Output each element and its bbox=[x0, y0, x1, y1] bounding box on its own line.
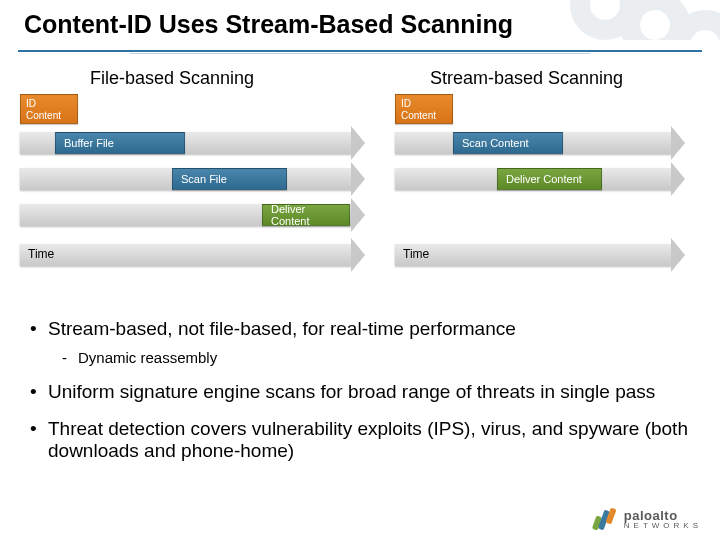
paloalto-swirl-icon bbox=[592, 506, 618, 532]
bullet-3: Threat detection covers vulnerability ex… bbox=[30, 418, 690, 464]
right-heading: Stream-based Scanning bbox=[430, 68, 623, 89]
left-heading: File-based Scanning bbox=[90, 68, 254, 89]
bullet-1: Stream-based, not file-based, for real-t… bbox=[30, 318, 690, 367]
bullet-1-text: Stream-based, not file-based, for real-t… bbox=[48, 318, 516, 339]
right-time-label: Time bbox=[403, 247, 429, 261]
comparison-diagram: File-based Scanning ID Content Buffer Fi… bbox=[0, 62, 720, 312]
title-rule bbox=[18, 50, 702, 52]
bullet-list: Stream-based, not file-based, for real-t… bbox=[0, 312, 720, 463]
title-subrule bbox=[130, 53, 590, 54]
footer-logo: paloalto NETWORKS bbox=[592, 506, 702, 532]
paloalto-wordmark: paloalto NETWORKS bbox=[624, 509, 702, 530]
brand-sub: NETWORKS bbox=[624, 522, 702, 530]
left-time-arrow bbox=[20, 244, 365, 266]
brand-name: paloalto bbox=[624, 509, 702, 522]
left-id-content-box: ID Content bbox=[20, 94, 78, 124]
bullet-1a: Dynamic reassembly bbox=[48, 349, 690, 367]
title-area: Content-ID Uses Stream-Based Scanning bbox=[0, 0, 720, 62]
left-time-label: Time bbox=[28, 247, 54, 261]
right-time-arrow bbox=[395, 244, 685, 266]
title-accent-graphic bbox=[560, 0, 720, 40]
right-scan-content-box: Scan Content bbox=[453, 132, 563, 154]
bullet-2: Uniform signature engine scans for broad… bbox=[30, 381, 690, 404]
left-scan-file-box: Scan File bbox=[172, 168, 287, 190]
right-deliver-content-box: Deliver Content bbox=[497, 168, 602, 190]
slide: Content-ID Uses Stream-Based Scanning Fi… bbox=[0, 0, 720, 540]
right-id-content-box: ID Content bbox=[395, 94, 453, 124]
left-deliver-content-box: Deliver Content bbox=[262, 204, 350, 226]
left-buffer-file-box: Buffer File bbox=[55, 132, 185, 154]
